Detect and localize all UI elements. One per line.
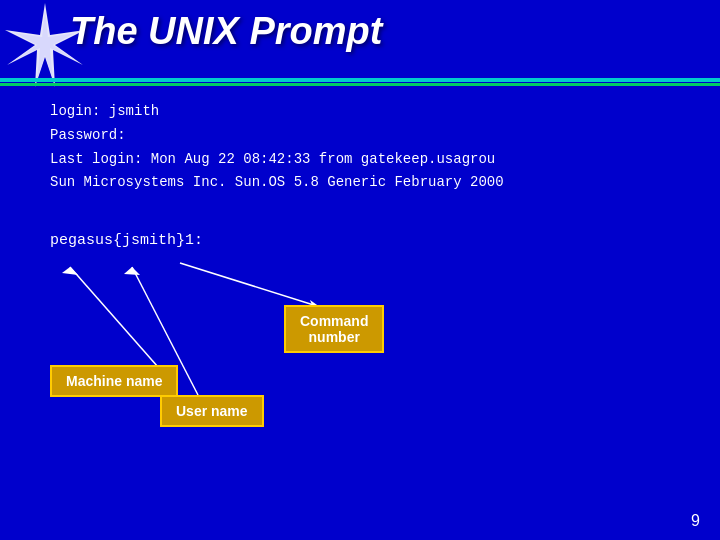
divider	[0, 78, 720, 86]
terminal-line-2: Password:	[50, 124, 700, 148]
divider-teal	[0, 78, 720, 82]
terminal-lines: login: jsmith Password: Last login: Mon …	[50, 100, 700, 195]
terminal-line-4: Sun Microsystems Inc. Sun.OS 5.8 Generic…	[50, 171, 700, 195]
svg-marker-1	[15, 10, 75, 80]
page-title: The UNIX Prompt	[70, 10, 382, 52]
terminal-content: login: jsmith Password: Last login: Mon …	[50, 100, 700, 195]
tooltip-user-name: User name	[160, 395, 264, 427]
svg-line-4	[70, 267, 158, 367]
machine-name-label: Machine name	[66, 373, 162, 389]
title-section: The UNIX Prompt	[70, 10, 700, 53]
terminal-line-1: login: jsmith	[50, 100, 700, 124]
annotation-area: Commandnumber Machine name User name	[50, 245, 650, 445]
user-name-label: User name	[176, 403, 248, 419]
terminal-line-3: Last login: Mon Aug 22 08:42:33 from gat…	[50, 148, 700, 172]
divider-green	[0, 83, 720, 86]
svg-line-2	[180, 263, 320, 307]
command-number-label: Commandnumber	[300, 313, 368, 345]
svg-marker-7	[124, 267, 140, 275]
svg-marker-5	[62, 267, 78, 275]
tooltip-command-number: Commandnumber	[284, 305, 384, 353]
page-number: 9	[691, 512, 700, 530]
tooltip-machine-name: Machine name	[50, 365, 178, 397]
